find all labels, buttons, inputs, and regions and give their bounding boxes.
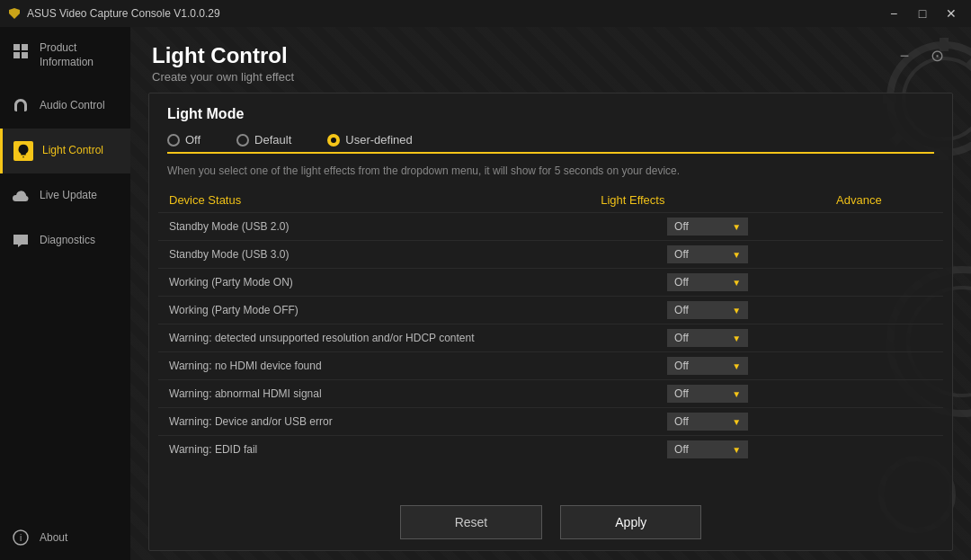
sidebar-item-label-audio: Audio Control xyxy=(40,99,105,113)
effect-value-5: Off xyxy=(674,360,689,372)
titlebar: ASUS Video Capture Console V1.0.0.29 − □… xyxy=(0,0,971,27)
expand-icon-button[interactable]: ⊙ xyxy=(924,43,949,68)
table-row: Warning: Device and/or USB error Off ▼ xyxy=(158,408,943,436)
asus-logo-icon xyxy=(7,6,22,21)
effect-value-4: Off xyxy=(674,332,689,344)
advance-cell xyxy=(825,241,943,269)
main-card: Light Mode Off Default User-defined xyxy=(148,93,953,551)
dropdown-arrow-icon: ▼ xyxy=(732,278,741,288)
device-status-cell: Working (Party Mode ON) xyxy=(158,269,590,297)
dropdown-arrow-icon: ▼ xyxy=(732,445,741,455)
titlebar-controls: − □ ✕ xyxy=(881,4,964,22)
device-status-cell: Working (Party Mode OFF) xyxy=(158,297,590,324)
effect-value-8: Off xyxy=(674,443,689,456)
reset-button[interactable]: Reset xyxy=(400,505,543,539)
advance-cell xyxy=(825,408,943,436)
device-status-cell: Warning: abnormal HDMI signal xyxy=(158,380,590,408)
radio-default[interactable]: Default xyxy=(236,133,291,147)
table-row: Warning: detected unsupported resolution… xyxy=(158,324,943,352)
advance-cell xyxy=(825,352,943,380)
minimize-icon-button[interactable]: − xyxy=(892,43,917,68)
minimize-button[interactable]: − xyxy=(881,4,906,22)
light-effect-cell: Off ▼ xyxy=(590,269,825,297)
dropdown-arrow-icon: ▼ xyxy=(732,417,741,427)
device-status-cell: Standby Mode (USB 2.0) xyxy=(158,213,590,241)
effect-dropdown-4[interactable]: Off ▼ xyxy=(667,329,748,347)
advance-cell xyxy=(825,380,943,408)
effect-dropdown-8[interactable]: Off ▼ xyxy=(667,440,748,458)
sidebar-item-label-diagnostics: Diagnostics xyxy=(40,234,95,248)
page-header-actions: − ⊙ xyxy=(892,43,949,68)
advance-cell xyxy=(825,269,943,297)
main-layout: Product Information Audio Control Light … xyxy=(0,27,971,560)
dropdown-arrow-icon: ▼ xyxy=(732,389,741,399)
col-header-device-status: Device Status xyxy=(158,188,590,213)
radio-default-circle xyxy=(236,134,249,147)
headphone-icon xyxy=(11,96,31,116)
light-effect-cell: Off ▼ xyxy=(590,408,825,436)
effect-dropdown-1[interactable]: Off ▼ xyxy=(667,245,748,263)
close-button[interactable]: ✕ xyxy=(939,4,964,22)
device-status-cell: Warning: no HDMI device found xyxy=(158,352,590,380)
sidebar-item-product-information[interactable]: Product Information xyxy=(0,27,130,84)
page-header: Light Control − ⊙ Create your own light … xyxy=(130,27,971,93)
light-effect-cell: Off ▼ xyxy=(590,297,825,324)
content-inner: Light Control − ⊙ Create your own light … xyxy=(130,27,971,560)
light-effect-cell: Off ▼ xyxy=(590,241,825,269)
effect-value-3: Off xyxy=(674,304,689,316)
device-status-cell: Warning: detected unsupported resolution… xyxy=(158,324,590,352)
advance-cell xyxy=(825,297,943,324)
app-title: ASUS Video Capture Console V1.0.0.29 xyxy=(27,7,220,20)
comment-icon xyxy=(11,231,31,251)
light-effect-cell: Off ▼ xyxy=(590,352,825,380)
sidebar-item-label-product: Product Information xyxy=(40,41,120,69)
advance-cell xyxy=(825,436,943,464)
effect-dropdown-3[interactable]: Off ▼ xyxy=(667,301,748,319)
sidebar-item-light-control[interactable]: Light Control xyxy=(0,129,130,173)
sidebar: Product Information Audio Control Light … xyxy=(0,27,130,560)
advance-cell xyxy=(825,213,943,241)
light-effect-cell: Off ▼ xyxy=(590,380,825,408)
table-row: Warning: no HDMI device found Off ▼ xyxy=(158,352,943,380)
table-row: Working (Party Mode OFF) Off ▼ xyxy=(158,297,943,324)
page-subtitle: Create your own light effect xyxy=(152,70,949,84)
effect-dropdown-2[interactable]: Off ▼ xyxy=(667,273,748,291)
dropdown-arrow-icon: ▼ xyxy=(732,333,741,343)
effect-value-6: Off xyxy=(674,387,689,400)
svg-rect-2 xyxy=(22,44,28,50)
sidebar-item-diagnostics[interactable]: Diagnostics xyxy=(0,218,130,263)
table-row: Standby Mode (USB 2.0) Off ▼ xyxy=(158,213,943,241)
apply-button[interactable]: Apply xyxy=(560,505,701,539)
bulb-icon xyxy=(13,141,33,161)
effect-dropdown-0[interactable]: Off ▼ xyxy=(667,218,748,236)
effect-value-7: Off xyxy=(674,415,689,428)
maximize-button[interactable]: □ xyxy=(910,4,935,22)
dropdown-arrow-icon: ▼ xyxy=(732,250,741,260)
radio-user-defined[interactable]: User-defined xyxy=(327,133,412,147)
sidebar-item-live-update[interactable]: Live Update xyxy=(0,173,130,218)
dropdown-arrow-icon: ▼ xyxy=(732,222,741,232)
svg-rect-1 xyxy=(13,44,20,50)
titlebar-left: ASUS Video Capture Console V1.0.0.29 xyxy=(7,6,220,21)
radio-off[interactable]: Off xyxy=(167,133,200,147)
light-effect-cell: Off ▼ xyxy=(590,436,825,464)
page-header-row: Light Control − ⊙ xyxy=(152,43,949,68)
sidebar-item-audio-control[interactable]: Audio Control xyxy=(0,84,130,129)
info-text: When you select one of the light effects… xyxy=(149,154,952,188)
footer-buttons: Reset Apply xyxy=(149,494,952,550)
effect-value-1: Off xyxy=(674,248,689,261)
svg-text:i: i xyxy=(20,533,22,543)
table-container[interactable]: Device Status Light Effects Advance Stan… xyxy=(149,188,952,494)
content-area: Light Control − ⊙ Create your own light … xyxy=(130,27,971,560)
radio-default-label: Default xyxy=(254,133,291,147)
grid-icon xyxy=(11,41,31,61)
table-row: Warning: EDID fail Off ▼ xyxy=(158,436,943,464)
effect-dropdown-5[interactable]: Off ▼ xyxy=(667,357,748,375)
effect-dropdown-7[interactable]: Off ▼ xyxy=(667,413,748,431)
about-label: About xyxy=(40,531,67,544)
device-status-cell: Warning: EDID fail xyxy=(158,436,590,464)
svg-rect-3 xyxy=(13,52,20,58)
sidebar-about[interactable]: i About xyxy=(0,515,130,560)
effect-dropdown-6[interactable]: Off ▼ xyxy=(667,385,748,403)
sidebar-item-label-live: Live Update xyxy=(40,189,97,203)
